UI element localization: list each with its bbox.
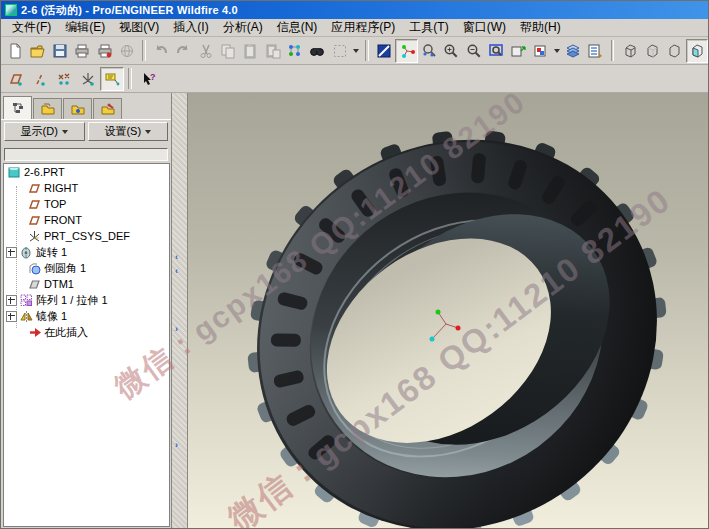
model-tree-tab[interactable] (3, 96, 32, 119)
paste-special-button[interactable] (262, 39, 284, 63)
hidden-line-button[interactable] (641, 39, 663, 63)
tree-item-dtm1[interactable]: DTM1 (4, 276, 169, 292)
panel-sash[interactable]: ‹ ‹ › › (171, 93, 188, 528)
expand-icon[interactable] (6, 247, 17, 258)
paste-button[interactable] (239, 39, 261, 63)
regenerate-icon (287, 43, 303, 59)
save-icon (52, 43, 68, 59)
context-help-button[interactable]: ? (136, 67, 160, 91)
expand-icon[interactable] (6, 311, 17, 322)
layers-button[interactable] (562, 39, 584, 63)
save-button[interactable] (49, 39, 71, 63)
no-hidden-button[interactable] (663, 39, 685, 63)
annotation-toggle-icon (104, 71, 120, 87)
open-button[interactable] (26, 39, 48, 63)
reorient-button[interactable] (507, 39, 529, 63)
send-button[interactable] (116, 39, 138, 63)
expand-icon[interactable] (6, 295, 17, 306)
insert-here-icon (28, 326, 41, 339)
tree-item-front[interactable]: FRONT (4, 212, 169, 228)
datum-point-toggle[interactable] (52, 67, 76, 91)
toolbar-separator (128, 68, 132, 89)
sash-expand-icon[interactable]: › (175, 441, 178, 449)
graphics-area[interactable] (188, 93, 708, 528)
menu-item-file[interactable]: 文件(F) (5, 18, 58, 37)
favorites-tab[interactable] (63, 98, 92, 119)
dropdown-caret (353, 49, 359, 53)
folder-browser-tab[interactable] (33, 98, 62, 119)
undo-icon (153, 43, 169, 59)
tree-item-right[interactable]: RIGHT (4, 180, 169, 196)
settings-dropdown-button[interactable]: 设置(S) (88, 122, 169, 141)
tree-item-top[interactable]: TOP (4, 196, 169, 212)
menu-item-window[interactable]: 窗口(W) (456, 18, 513, 37)
tree-item-mirror[interactable]: 镜像 1 (4, 308, 169, 324)
plot-button[interactable] (93, 39, 115, 63)
view-manager-button[interactable] (584, 39, 606, 63)
print-button[interactable] (71, 39, 93, 63)
toolbar-top (1, 37, 708, 65)
tree-filter-bar[interactable] (4, 148, 168, 161)
reorient-icon (510, 43, 526, 59)
copy-icon (220, 43, 236, 59)
connections-tab[interactable] (93, 98, 122, 119)
cut-button[interactable] (195, 39, 217, 63)
menu-item-view[interactable]: 视图(V) (112, 18, 166, 37)
regenerate-button[interactable] (284, 39, 306, 63)
menu-item-applications[interactable]: 应用程序(P) (324, 18, 402, 37)
csys-toggle[interactable] (76, 67, 100, 91)
refit-icon (488, 43, 504, 59)
menu-item-analysis[interactable]: 分析(A) (216, 18, 270, 37)
tree-item-pattern[interactable]: 阵列 1 / 拉伸 1 (4, 292, 169, 308)
select-dropdown[interactable] (351, 40, 361, 62)
zoom-out-button[interactable] (462, 39, 484, 63)
copy-button[interactable] (217, 39, 239, 63)
tree-item-part[interactable]: 2-6.PRT (4, 164, 169, 180)
title-bar[interactable]: 2-6 (活动的) - Pro/ENGINEER Wildfire 4.0 (1, 1, 708, 19)
orient-mode-button[interactable] (418, 39, 440, 63)
tree-item-round[interactable]: 倒圆角 1 (4, 260, 169, 276)
select-special-button[interactable] (329, 39, 351, 63)
csys-icon (28, 230, 41, 243)
menu-item-help[interactable]: 帮助(H) (513, 18, 568, 37)
shaded-icon (689, 43, 705, 59)
zoom-out-icon (466, 43, 482, 59)
redo-button[interactable] (172, 39, 194, 63)
tire-group (188, 93, 709, 529)
tree-item-csys[interactable]: PRT_CSYS_DEF (4, 228, 169, 244)
new-file-button[interactable] (4, 39, 26, 63)
datum-plane-toggle[interactable] (4, 67, 28, 91)
refit-button[interactable] (485, 39, 507, 63)
orient-mode-icon (421, 43, 437, 59)
navigator-panel: 显示(D) 设置(S) 2-6.PRT RIGHT TOP FRONT PRT_… (1, 93, 171, 528)
sash-expand-icon[interactable]: › (175, 325, 178, 333)
redo-icon (175, 43, 191, 59)
tree-item-insert-here[interactable]: 在此插入 (4, 324, 169, 340)
repaint-button[interactable] (373, 39, 395, 63)
undo-button[interactable] (150, 39, 172, 63)
pattern-icon (20, 294, 33, 307)
menu-item-info[interactable]: 信息(N) (270, 18, 325, 37)
annotation-toggle[interactable] (100, 67, 124, 91)
sash-collapse-icon[interactable]: ‹ (175, 267, 178, 275)
toolbar-separator (365, 40, 369, 61)
menu-item-tools[interactable]: 工具(T) (402, 18, 455, 37)
zoom-in-icon (443, 43, 459, 59)
spin-center-button[interactable] (395, 39, 417, 63)
connections-icon (101, 102, 115, 116)
saved-views-dropdown[interactable] (552, 40, 562, 62)
tree-item-revolve[interactable]: 旋转 1 (4, 244, 169, 260)
find-button[interactable] (306, 39, 328, 63)
sash-collapse-icon[interactable]: ‹ (175, 253, 178, 261)
model-tree: 2-6.PRT RIGHT TOP FRONT PRT_CSYS_DEF 旋转 … (3, 163, 170, 527)
saved-views-button[interactable] (529, 39, 551, 63)
cut-icon (198, 43, 214, 59)
zoom-in-button[interactable] (440, 39, 462, 63)
show-dropdown-button[interactable]: 显示(D) (4, 122, 85, 141)
menu-item-edit[interactable]: 编辑(E) (58, 18, 112, 37)
shaded-button[interactable] (686, 39, 708, 63)
svg-text:?: ? (150, 72, 156, 82)
wireframe-button[interactable] (618, 39, 640, 63)
menu-item-insert[interactable]: 插入(I) (166, 18, 215, 37)
datum-axis-toggle[interactable] (28, 67, 52, 91)
